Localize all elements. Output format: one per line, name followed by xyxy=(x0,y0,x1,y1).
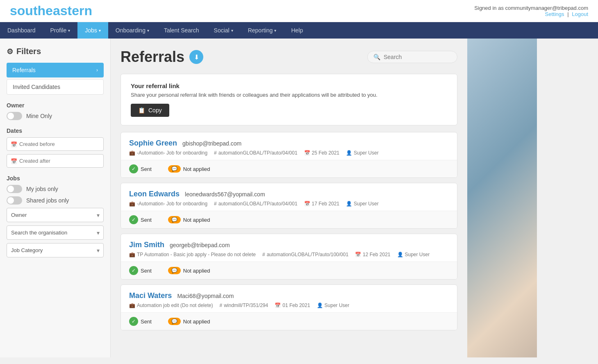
created-before-field: 📅 xyxy=(7,137,104,151)
candidate-date: 📅 25 Feb 2021 xyxy=(304,150,339,156)
mine-only-label: Mine Only xyxy=(26,113,52,119)
candidate-job: 💼 -Automation- Job for onboarding xyxy=(129,150,207,156)
briefcase-icon: 💼 xyxy=(129,252,135,257)
sent-badge-icon: ✓ xyxy=(129,266,138,275)
candidate-status-row: ✓ Sent 💬 Not applied xyxy=(121,211,457,228)
nav-onboarding[interactable]: Onboarding ▾ xyxy=(108,22,157,39)
shared-jobs-only-label: Shared jobs only xyxy=(26,197,69,204)
candidate-email: georgeb@tribepad.com xyxy=(170,242,230,248)
sent-status: ✓ Sent xyxy=(129,266,152,275)
candidate-date: 📅 12 Feb 2021 xyxy=(355,252,390,257)
page-header: Referrals ⬇ 🔍 xyxy=(121,48,457,66)
candidate-name: Leon Edwards leonedwards567@yopmail.com xyxy=(129,190,449,198)
owner-section-title: Owner xyxy=(7,102,104,109)
referral-box-description: Share your personal referral link with f… xyxy=(131,92,447,98)
filters-gear-icon: ⚙ xyxy=(7,47,13,56)
candidate-info: Leon Edwards leonedwards567@yopmail.com … xyxy=(121,183,457,211)
not-applied-badge-icon: 💬 xyxy=(168,318,181,325)
candidate-user: 👤 Super User xyxy=(346,150,379,156)
settings-link[interactable]: Settings xyxy=(545,11,564,17)
right-decorative-image xyxy=(467,39,537,357)
shared-jobs-only-toggle[interactable] xyxy=(7,196,22,205)
sent-status: ✓ Sent xyxy=(129,164,152,173)
not-applied-label: Not applied xyxy=(183,268,210,274)
top-bar: southeastern Signed in as communitymanag… xyxy=(0,0,598,22)
candidate-meta: 💼 -Automation- Job for onboarding # auto… xyxy=(129,201,449,207)
copy-button-label: Copy xyxy=(148,107,162,114)
sidebar: ⚙ Filters Referrals › Invited Candidates… xyxy=(0,39,111,357)
nav-talent-search[interactable]: Talent Search xyxy=(157,22,207,39)
signed-in-text: Signed in as communitymanager@tribepad.c… xyxy=(474,5,588,11)
nav-help[interactable]: Help xyxy=(284,22,310,39)
not-applied-label: Not applied xyxy=(183,166,210,172)
referral-box-heading: Your referral link xyxy=(131,82,447,89)
nav-jobs[interactable]: Jobs ▾ xyxy=(77,22,108,39)
user-icon: 👤 xyxy=(346,150,352,156)
hash-icon: # xyxy=(214,150,217,156)
jobs-dropdown-arrow: ▾ xyxy=(99,28,101,33)
candidate-card: Leon Edwards leonedwards567@yopmail.com … xyxy=(121,183,457,229)
candidate-card: Sophie Green gbishop@tribepad.com 💼 -Aut… xyxy=(121,132,457,178)
candidate-info: Jim Smith georgeb@tribepad.com 💼 TP Auto… xyxy=(121,234,457,262)
candidate-job: 💼 TP Automation - Basic job apply - Plea… xyxy=(129,252,256,257)
owner-select-wrapper: Owner ▾ xyxy=(7,208,104,222)
not-applied-label: Not applied xyxy=(183,217,210,223)
search-input[interactable] xyxy=(384,54,451,60)
nav-dashboard[interactable]: Dashboard xyxy=(0,22,43,39)
referrals-chevron: › xyxy=(96,67,98,73)
shared-jobs-only-row: Shared jobs only xyxy=(7,196,104,205)
logo-part2: eastern xyxy=(45,3,92,18)
mine-only-toggle[interactable] xyxy=(7,112,22,120)
job-category-select[interactable]: Job Category xyxy=(7,243,104,257)
sidebar-item-invited-candidates[interactable]: Invited Candidates xyxy=(7,79,104,95)
my-jobs-only-toggle[interactable] xyxy=(7,185,22,193)
calendar-icon: 📅 xyxy=(355,252,361,257)
not-applied-status: 💬 Not applied xyxy=(168,266,210,275)
user-icon: 👤 xyxy=(317,303,323,308)
created-before-input[interactable] xyxy=(7,137,104,151)
created-after-input[interactable] xyxy=(7,154,104,168)
sent-label: Sent xyxy=(141,217,152,223)
user-icon: 👤 xyxy=(346,201,352,207)
candidate-info: Sophie Green gbishop@tribepad.com 💼 -Aut… xyxy=(121,132,457,160)
onboarding-dropdown-arrow: ▾ xyxy=(147,28,149,33)
candidate-name: Jim Smith georgeb@tribepad.com xyxy=(129,241,449,249)
not-applied-badge-icon: 💬 xyxy=(168,267,181,274)
candidate-card: Maci Waters Maci68@yopmail.com 💼 Automat… xyxy=(121,284,457,330)
candidate-user: 👤 Super User xyxy=(317,303,350,308)
briefcase-icon: 💼 xyxy=(129,303,135,308)
candidate-email: Maci68@yopmail.com xyxy=(177,293,234,299)
search-org-wrapper: Search the organisation ▾ xyxy=(7,225,104,240)
not-applied-badge-icon: 💬 xyxy=(168,165,181,173)
hash-icon: # xyxy=(214,201,217,207)
calendar-icon: 📅 xyxy=(275,303,281,308)
candidate-job: 💼 Automation job edit (Do not delete) xyxy=(129,303,213,308)
candidate-meta: 💼 TP Automation - Basic job apply - Plea… xyxy=(129,252,449,257)
sent-badge-icon: ✓ xyxy=(129,164,138,173)
candidate-job: 💼 -Automation- Job for onboarding xyxy=(129,201,207,207)
candidate-ref: # automationGLOBAL/TP/auto/04/001 xyxy=(214,201,297,207)
owner-select[interactable]: Owner xyxy=(7,208,104,222)
candidate-info: Maci Waters Maci68@yopmail.com 💼 Automat… xyxy=(121,285,457,312)
search-org-select[interactable]: Search the organisation xyxy=(7,225,104,240)
logout-link[interactable]: Logout xyxy=(572,11,588,17)
social-dropdown-arrow: ▾ xyxy=(231,28,233,33)
not-applied-status: 💬 Not applied xyxy=(168,164,210,173)
nav-profile[interactable]: Profile ▾ xyxy=(43,22,78,39)
candidate-date: 📅 01 Feb 2021 xyxy=(275,303,310,308)
sent-status: ✓ Sent xyxy=(129,215,152,224)
nav-reporting[interactable]: Reporting ▾ xyxy=(241,22,284,39)
candidate-card: Jim Smith georgeb@tribepad.com 💼 TP Auto… xyxy=(121,234,457,280)
logo: southeastern xyxy=(10,3,92,18)
copy-button[interactable]: 📋 Copy xyxy=(131,104,169,117)
sent-label: Sent xyxy=(141,268,152,274)
my-jobs-only-row: My jobs only xyxy=(7,185,104,193)
candidate-name: Maci Waters Maci68@yopmail.com xyxy=(129,291,449,300)
briefcase-icon: 💼 xyxy=(129,150,135,156)
jobs-section-title: Jobs xyxy=(7,175,104,182)
candidate-user: 👤 Super User xyxy=(346,201,379,207)
sidebar-item-referrals[interactable]: Referrals › xyxy=(7,63,104,77)
main-content: Referrals ⬇ 🔍 Your referral link Share y… xyxy=(111,39,467,357)
nav-social[interactable]: Social ▾ xyxy=(207,22,241,39)
download-icon[interactable]: ⬇ xyxy=(189,50,203,64)
